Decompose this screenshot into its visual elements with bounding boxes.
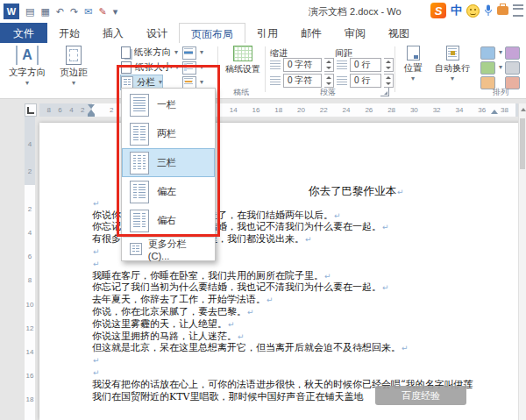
save-icon[interactable]: ▦ <box>40 4 49 19</box>
ime-mode-chinese[interactable]: 中 <box>451 3 462 18</box>
paragraph-mark: ↵ <box>402 344 409 352</box>
ime-menu-icon[interactable] <box>513 4 523 17</box>
edit-icon[interactable]: ✎ <box>98 4 106 19</box>
breaks-icon <box>182 46 196 60</box>
chevron-down-icon: ▾ <box>451 76 454 82</box>
ruler-number: 20 <box>297 103 305 117</box>
menu-item-one-column[interactable]: 一栏 <box>122 90 215 119</box>
left-tab-icon <box>27 107 34 114</box>
line-numbers-button[interactable]: ▾ <box>182 61 203 75</box>
chevron-down-icon: ▾ <box>25 81 29 86</box>
document-line: 但这就是北京，呆在这里总想离开它，但当离开后就会迫不及待想回来。↵ <box>92 342 526 354</box>
spacing-after-field[interactable]: 0 行 <box>350 74 381 88</box>
tab-file[interactable]: 文件 <box>0 23 47 43</box>
send-backward-button[interactable]: ▾ <box>480 61 502 75</box>
menu-item-left-column[interactable]: 偏左 <box>122 177 215 206</box>
group-button[interactable] <box>505 61 520 75</box>
ruler-number: 14 <box>26 345 34 359</box>
vertical-ruler[interactable]: 4 2 2 4 6 8 10 12 14 16 18 <box>25 117 35 420</box>
tab-mailings[interactable]: 邮件 <box>289 23 333 43</box>
ruler-number: 2 <box>28 203 32 216</box>
microphone-icon[interactable] <box>484 4 493 17</box>
tab-design[interactable]: 设计 <box>135 23 179 43</box>
document-page[interactable]: 你去了巴黎作业本↵ ↵ 你说你要去巴黎，就这样你走了，在我们结婚两年以后。↵ 你… <box>39 123 526 420</box>
tab-insert[interactable]: 插入 <box>91 23 135 43</box>
bring-forward-button[interactable]: ▾ <box>480 46 502 60</box>
vertical-scrollbar[interactable] <box>518 103 526 420</box>
position-button[interactable]: 位置 ▾ <box>398 46 428 95</box>
ruler-number: 8 <box>46 103 50 117</box>
document-line: ↵ <box>92 354 526 367</box>
tab-review[interactable]: 审阅 <box>333 23 377 43</box>
one-column-icon <box>130 94 149 117</box>
watermark: 百度经验 <box>375 386 466 405</box>
spacing-before-stepper[interactable] <box>384 58 394 72</box>
paragraph-mark: ↵ <box>93 199 100 208</box>
indent-left-row: 0 字符 <box>270 58 334 72</box>
indent-right-field[interactable]: 0 字符 <box>283 74 322 88</box>
spacing-after-stepper[interactable] <box>384 74 394 88</box>
orientation-button[interactable]: 纸张方向 ▾ <box>121 46 178 60</box>
ruler-number: 38 <box>501 103 508 117</box>
group-separator <box>217 46 218 92</box>
paragraph-mark: ↵ <box>397 188 404 196</box>
text-direction-button[interactable]: A 文字方向 ▾ <box>4 46 51 95</box>
spacing-before-field[interactable]: 0 行 <box>350 58 381 72</box>
indent-left-field[interactable]: 0 字符 <box>283 58 322 72</box>
word-logo-icon[interactable]: W <box>4 4 19 19</box>
tab-home[interactable]: 开始 <box>47 23 91 43</box>
margins-icon <box>66 46 82 65</box>
redo-icon[interactable]: ↷ <box>70 4 78 19</box>
menu-item-three-columns[interactable]: 三栏 <box>122 148 215 177</box>
ruler-number: 30 <box>410 103 418 117</box>
ruler-left-margin: 8 6 4 2 <box>39 103 92 117</box>
paragraph-mark: ↵ <box>334 211 341 220</box>
paper-size-button[interactable]: 纸张大小 ▾ <box>121 61 179 75</box>
customize-qat-icon[interactable]: ▾ <box>113 4 118 19</box>
indent-right-stepper[interactable] <box>324 74 334 88</box>
paper-size-icon <box>121 61 132 74</box>
menu-item-right-column[interactable]: 偏右 <box>122 206 215 235</box>
indent-left-stepper[interactable] <box>324 58 334 72</box>
ruler-number: 32 <box>433 103 441 117</box>
breaks-button[interactable]: ▾ <box>182 46 203 60</box>
ruler-number: 18 <box>274 103 282 117</box>
tab-page-layout[interactable]: 页面布局 <box>179 23 245 44</box>
spacing-before-icon <box>337 61 347 69</box>
tab-selector[interactable] <box>25 103 37 117</box>
first-line-indent-marker[interactable] <box>88 104 95 109</box>
left-indent-marker[interactable] <box>88 114 95 117</box>
undo-icon[interactable]: ↶ <box>56 4 64 19</box>
scrollbar-thumb[interactable] <box>520 118 525 169</box>
emoji-icon[interactable] <box>466 4 480 18</box>
tab-view[interactable]: 视图 <box>377 23 421 43</box>
touch-mode-icon[interactable]: ▤ <box>25 4 34 19</box>
horizontal-ruler[interactable]: 8 6 4 2 2 4 6 8 10 12 14 16 18 20 22 24 … <box>39 103 526 117</box>
paragraph-dialog-launcher-icon[interactable] <box>380 88 389 96</box>
menu-item-more-columns[interactable]: 更多分栏(C)... <box>122 239 215 259</box>
spacing-after-row: 0 行 <box>337 74 394 88</box>
ruler-number: 28 <box>387 103 395 117</box>
ruler-number: 16 <box>252 103 260 117</box>
sogou-logo-icon[interactable]: S <box>430 3 446 18</box>
quick-access-toolbar: W ▤ ▦ ↶ ↷ ✉ ✎ ▾ <box>4 4 117 19</box>
tab-references[interactable]: 引用 <box>245 23 289 43</box>
margins-button[interactable]: 页边距 ▾ <box>54 46 93 95</box>
chevron-down-icon: ▾ <box>174 50 178 55</box>
toolbox-icon[interactable] <box>497 6 508 15</box>
wrap-text-button[interactable]: 自动换行 ▾ <box>431 46 473 95</box>
menu-item-two-columns[interactable]: 两栏 <box>122 119 215 148</box>
align-button[interactable] <box>505 46 520 60</box>
email-icon[interactable]: ✉ <box>84 4 92 19</box>
ruler-text-area: 2 4 6 8 10 12 14 16 18 <box>25 185 35 420</box>
ruler-number: 4 <box>69 103 73 117</box>
document-line: 去年夏天，你辞去了工作，开始学法语。↵ <box>92 294 526 306</box>
paragraph-mark: ↵ <box>305 235 312 244</box>
ruler-number: 2 <box>28 165 32 178</box>
document-line: 我睡在客厅，你睡在卧室，我们共用的厕所在院子里。↵ <box>92 270 526 282</box>
paragraph-mark: ↵ <box>93 260 100 268</box>
scroll-up-icon[interactable] <box>519 103 526 116</box>
right-indent-marker[interactable] <box>491 110 498 114</box>
document-line: ↵ <box>92 367 526 379</box>
chevron-down-icon: ▾ <box>175 65 179 70</box>
